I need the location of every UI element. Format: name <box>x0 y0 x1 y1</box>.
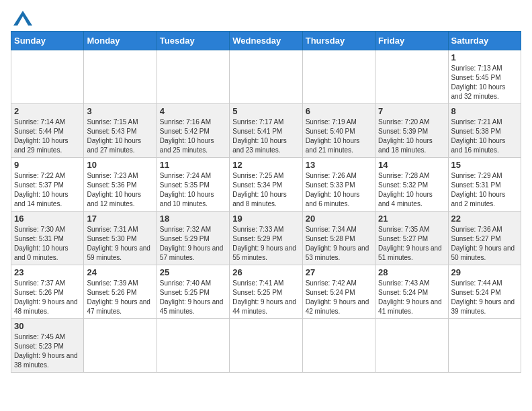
day-number: 23 <box>14 267 81 277</box>
calendar-cell: 6 Sunrise: 7:19 AMSunset: 5:40 PMDayligh… <box>302 104 375 158</box>
calendar-cell: 17 Sunrise: 7:31 AMSunset: 5:30 PMDaylig… <box>84 212 157 265</box>
day-info: Sunrise: 7:19 AMSunset: 5:40 PMDaylight:… <box>306 118 372 155</box>
calendar-cell: 15 Sunrise: 7:29 AMSunset: 5:31 PMDaylig… <box>448 158 521 212</box>
day-number: 6 <box>306 106 372 116</box>
logo <box>11 11 32 26</box>
day-info: Sunrise: 7:26 AMSunset: 5:33 PMDaylight:… <box>306 171 372 209</box>
day-info: Sunrise: 7:42 AMSunset: 5:24 PMDaylight:… <box>306 279 372 316</box>
calendar-cell: 9 Sunrise: 7:22 AMSunset: 5:37 PMDayligh… <box>11 158 84 212</box>
day-number: 17 <box>87 214 153 224</box>
calendar-table: SundayMondayTuesdayWednesdayThursdayFrid… <box>11 31 521 373</box>
calendar-week-row: 1 Sunrise: 7:13 AMSunset: 5:45 PMDayligh… <box>11 50 521 104</box>
calendar-cell: 29 Sunrise: 7:44 AMSunset: 5:24 PMDaylig… <box>448 265 521 319</box>
day-info: Sunrise: 7:20 AMSunset: 5:39 PMDaylight:… <box>378 118 445 155</box>
day-info: Sunrise: 7:21 AMSunset: 5:38 PMDaylight:… <box>451 118 518 155</box>
day-header-wednesday: Wednesday <box>230 32 302 50</box>
day-number: 9 <box>14 160 81 170</box>
day-number: 30 <box>14 321 81 331</box>
day-info: Sunrise: 7:43 AMSunset: 5:24 PMDaylight:… <box>378 279 445 316</box>
calendar-cell: 7 Sunrise: 7:20 AMSunset: 5:39 PMDayligh… <box>375 104 448 158</box>
day-info: Sunrise: 7:30 AMSunset: 5:31 PMDaylight:… <box>14 225 81 263</box>
day-number: 10 <box>87 160 153 170</box>
day-number: 11 <box>160 160 226 170</box>
day-number: 7 <box>378 106 445 116</box>
day-info: Sunrise: 7:15 AMSunset: 5:43 PMDaylight:… <box>87 118 153 155</box>
day-number: 20 <box>306 214 372 224</box>
day-number: 12 <box>232 160 299 170</box>
calendar-cell: 18 Sunrise: 7:32 AMSunset: 5:29 PMDaylig… <box>157 212 229 265</box>
calendar-cell: 8 Sunrise: 7:21 AMSunset: 5:38 PMDayligh… <box>448 104 521 158</box>
calendar-week-row: 9 Sunrise: 7:22 AMSunset: 5:37 PMDayligh… <box>11 158 521 212</box>
day-info: Sunrise: 7:33 AMSunset: 5:29 PMDaylight:… <box>232 225 299 263</box>
calendar-cell: 10 Sunrise: 7:23 AMSunset: 5:36 PMDaylig… <box>84 158 157 212</box>
calendar-week-row: 30 Sunrise: 7:45 AMSunset: 5:23 PMDaylig… <box>11 319 521 373</box>
calendar-cell: 20 Sunrise: 7:34 AMSunset: 5:28 PMDaylig… <box>302 212 375 265</box>
day-info: Sunrise: 7:44 AMSunset: 5:24 PMDaylight:… <box>451 279 518 316</box>
day-info: Sunrise: 7:39 AMSunset: 5:26 PMDaylight:… <box>87 279 153 316</box>
day-header-tuesday: Tuesday <box>157 32 229 50</box>
day-number: 3 <box>87 106 153 116</box>
calendar-cell: 22 Sunrise: 7:36 AMSunset: 5:27 PMDaylig… <box>448 212 521 265</box>
day-number: 28 <box>378 267 445 277</box>
day-number: 27 <box>306 267 372 277</box>
day-number: 22 <box>451 214 518 224</box>
day-info: Sunrise: 7:34 AMSunset: 5:28 PMDaylight:… <box>306 225 372 263</box>
calendar-cell: 19 Sunrise: 7:33 AMSunset: 5:29 PMDaylig… <box>230 212 302 265</box>
calendar-cell <box>157 319 229 373</box>
day-info: Sunrise: 7:25 AMSunset: 5:34 PMDaylight:… <box>232 171 299 209</box>
day-number: 18 <box>160 214 226 224</box>
calendar-cell <box>84 50 157 104</box>
calendar-cell <box>375 319 448 373</box>
logo-triangle-icon <box>13 11 32 26</box>
day-info: Sunrise: 7:29 AMSunset: 5:31 PMDaylight:… <box>451 171 518 209</box>
header <box>11 11 521 26</box>
day-info: Sunrise: 7:13 AMSunset: 5:45 PMDaylight:… <box>451 64 518 101</box>
day-number: 8 <box>451 106 518 116</box>
day-info: Sunrise: 7:45 AMSunset: 5:23 PMDaylight:… <box>14 332 81 370</box>
calendar-cell: 16 Sunrise: 7:30 AMSunset: 5:31 PMDaylig… <box>11 212 84 265</box>
calendar-cell: 23 Sunrise: 7:37 AMSunset: 5:26 PMDaylig… <box>11 265 84 319</box>
day-number: 2 <box>14 106 81 116</box>
day-number: 4 <box>160 106 226 116</box>
calendar-cell: 21 Sunrise: 7:35 AMSunset: 5:27 PMDaylig… <box>375 212 448 265</box>
day-info: Sunrise: 7:24 AMSunset: 5:35 PMDaylight:… <box>160 171 226 209</box>
day-info: Sunrise: 7:22 AMSunset: 5:37 PMDaylight:… <box>14 171 81 209</box>
day-header-monday: Monday <box>84 32 157 50</box>
calendar-header-row: SundayMondayTuesdayWednesdayThursdayFrid… <box>11 32 521 50</box>
calendar-cell: 5 Sunrise: 7:17 AMSunset: 5:41 PMDayligh… <box>230 104 302 158</box>
calendar-cell: 27 Sunrise: 7:42 AMSunset: 5:24 PMDaylig… <box>302 265 375 319</box>
calendar-cell: 24 Sunrise: 7:39 AMSunset: 5:26 PMDaylig… <box>84 265 157 319</box>
calendar-cell: 2 Sunrise: 7:14 AMSunset: 5:44 PMDayligh… <box>11 104 84 158</box>
day-number: 13 <box>306 160 372 170</box>
calendar-cell: 30 Sunrise: 7:45 AMSunset: 5:23 PMDaylig… <box>11 319 84 373</box>
day-number: 21 <box>378 214 445 224</box>
day-info: Sunrise: 7:23 AMSunset: 5:36 PMDaylight:… <box>87 171 153 209</box>
calendar-cell <box>157 50 229 104</box>
calendar-cell: 25 Sunrise: 7:40 AMSunset: 5:25 PMDaylig… <box>157 265 229 319</box>
calendar-cell <box>84 319 157 373</box>
day-header-thursday: Thursday <box>302 32 375 50</box>
calendar-cell: 26 Sunrise: 7:41 AMSunset: 5:25 PMDaylig… <box>230 265 302 319</box>
day-info: Sunrise: 7:32 AMSunset: 5:29 PMDaylight:… <box>160 225 226 263</box>
day-info: Sunrise: 7:28 AMSunset: 5:32 PMDaylight:… <box>378 171 445 209</box>
day-number: 16 <box>14 214 81 224</box>
day-header-sunday: Sunday <box>11 32 84 50</box>
day-number: 26 <box>232 267 299 277</box>
calendar-week-row: 2 Sunrise: 7:14 AMSunset: 5:44 PMDayligh… <box>11 104 521 158</box>
day-number: 15 <box>451 160 518 170</box>
day-number: 29 <box>451 267 518 277</box>
calendar-cell: 1 Sunrise: 7:13 AMSunset: 5:45 PMDayligh… <box>448 50 521 104</box>
calendar-cell: 12 Sunrise: 7:25 AMSunset: 5:34 PMDaylig… <box>230 158 302 212</box>
day-info: Sunrise: 7:36 AMSunset: 5:27 PMDaylight:… <box>451 225 518 263</box>
calendar-week-row: 16 Sunrise: 7:30 AMSunset: 5:31 PMDaylig… <box>11 212 521 265</box>
day-number: 25 <box>160 267 226 277</box>
calendar-cell <box>302 50 375 104</box>
day-info: Sunrise: 7:35 AMSunset: 5:27 PMDaylight:… <box>378 225 445 263</box>
day-header-friday: Friday <box>375 32 448 50</box>
day-number: 5 <box>232 106 299 116</box>
day-info: Sunrise: 7:31 AMSunset: 5:30 PMDaylight:… <box>87 225 153 263</box>
day-number: 1 <box>451 52 518 62</box>
day-number: 19 <box>232 214 299 224</box>
day-info: Sunrise: 7:40 AMSunset: 5:25 PMDaylight:… <box>160 279 226 316</box>
day-info: Sunrise: 7:17 AMSunset: 5:41 PMDaylight:… <box>232 118 299 155</box>
